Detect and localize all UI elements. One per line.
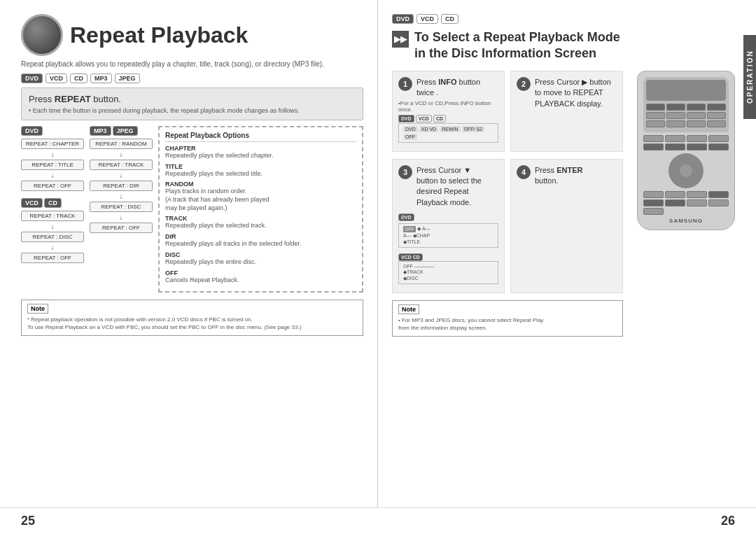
step-2-box: 2 Press Cursor ▶ buttonto move to REPEAT…	[510, 71, 623, 152]
step-4-number: 4	[517, 165, 531, 179]
rb-m7	[687, 143, 707, 150]
arrow6: ↓	[90, 172, 153, 179]
v-track: ◆TRACK	[403, 269, 424, 275]
rb6	[666, 112, 685, 119]
disp-dvd: DVD	[403, 126, 418, 132]
page-subtitle: Repeat playback allows you to repeatedly…	[21, 60, 363, 68]
option-disc: DISC Repeatedly plays the entire disc.	[165, 251, 356, 267]
repeat-title-item: REPEAT : TITLE	[21, 160, 84, 170]
badge-vcd: VCD	[46, 73, 67, 83]
step-1-box: 1 Press INFO button twice . •For a VCD o…	[392, 71, 505, 152]
left-page: Repeat Playback Repeat playback allows y…	[0, 0, 378, 507]
rb-m6	[665, 143, 685, 150]
right-page: DVD VCD CD ▶▶ To Select a Repeat Playbac…	[378, 0, 756, 507]
remote-nav-ring	[668, 153, 704, 188]
d-achap: A—	[422, 226, 430, 232]
right-badge-dvd: DVD	[392, 14, 414, 24]
mp3-repeat-column: MP3 JPEG REPEAT : RANDOM ↓ REPEAT : TRAC…	[90, 126, 153, 293]
note-text-2: To use Repeat Playback on a VCD with PBC…	[27, 323, 357, 331]
rb-b6	[665, 199, 685, 206]
right-note-text-1: • For MP3 and JPEG discs, you cannot sel…	[398, 316, 617, 324]
step-4-box: 4 Press ENTERbutton.	[510, 159, 623, 294]
rb-b4	[708, 191, 729, 198]
cd-label: CD	[44, 198, 62, 208]
right-note-box: Note • For MP3 and JPEG discs, you canno…	[392, 300, 623, 336]
steps-area: 1 Press INFO button twice . •For a VCD o…	[392, 71, 623, 337]
step-3-box: 3 Press Cursor ▼button to select thedesi…	[392, 159, 505, 294]
repeat-off-vcd: REPEAT : OFF	[21, 253, 84, 263]
section-title-line1: To Select a Repeat Playback Mode	[414, 29, 620, 45]
note-label: Note	[27, 304, 48, 314]
right-badge-cd: CD	[441, 14, 458, 24]
rb9	[646, 120, 665, 127]
repeat-track-vcd: REPEAT : TRACK	[21, 211, 84, 221]
rb3	[687, 104, 706, 111]
remote-control: SAMSUNG	[637, 71, 735, 230]
v-off: OFF ————	[403, 264, 434, 269]
d-off: OFF	[403, 226, 416, 232]
rb-m1	[643, 135, 664, 142]
repeat-off-mp3: REPEAT : OFF	[90, 223, 153, 233]
d-a2: A—	[403, 233, 412, 239]
disp-rewind: REWIN	[440, 126, 460, 132]
option-off: OFF Cancels Repeat Playback.	[165, 269, 356, 285]
arrow3: ↓	[21, 223, 84, 230]
nav-center-button	[680, 164, 692, 177]
note-text-1: * Repeat playback operation is not possi…	[27, 316, 357, 323]
repeat-random: REPEAT : RANDOM	[90, 139, 153, 149]
disp-off: OFF/ S2	[462, 126, 484, 132]
remote-container: SAMSUNG	[630, 71, 742, 337]
repeat-disc-mp3: REPEAT : DISC	[90, 202, 153, 212]
remote-mid-buttons	[643, 135, 729, 150]
step-3-number: 3	[398, 165, 412, 179]
dvd-repeat-column: DVD REPEAT : CHAPTER ↓ REPEAT : TITLE ↓ …	[21, 126, 84, 293]
step-3-text: Press Cursor ▼button to select thedesire…	[416, 165, 482, 209]
dvd-disp-badge: DVD	[398, 115, 414, 122]
badge-dvd: DVD	[21, 73, 43, 83]
arrow7: ↓	[90, 193, 153, 200]
step-1-text: Press INFO button twice .	[416, 77, 498, 99]
remote-screen	[646, 80, 726, 101]
arrow2: ↓	[21, 172, 84, 179]
rb-m2	[665, 135, 685, 142]
rb-m4	[708, 135, 729, 142]
repeat-chapter: REPEAT : CHAPTER	[21, 139, 84, 149]
options-box-title: Repeat Playback Options	[165, 132, 356, 142]
options-area: DVD REPEAT : CHAPTER ↓ REPEAT : TITLE ↓ …	[21, 126, 363, 293]
arrow5: ↓	[90, 151, 153, 158]
rb12	[707, 120, 726, 127]
cd-disp-badge: CD	[433, 115, 446, 122]
option-random: RANDOM Plays tracks in random order.(A t…	[165, 181, 356, 212]
right-format-badges: DVD VCD CD	[392, 14, 742, 24]
rb-m3	[687, 135, 707, 142]
vcd-disp-badge: VCD	[416, 115, 432, 122]
option-title: TITLE Repeatedly plays the selected titl…	[165, 163, 356, 178]
option-dir: DIR Repeatedly plays all tracks in the s…	[165, 233, 356, 248]
badge-cd: CD	[70, 73, 88, 83]
repeat-dir: REPEAT : DIR	[90, 181, 153, 191]
jpeg-label: JPEG	[113, 126, 138, 136]
arrow8: ↓	[90, 214, 153, 221]
disp-off2: OFF	[403, 134, 417, 140]
steps-row-1-2: 1 Press INFO button twice . •For a VCD o…	[392, 71, 623, 152]
option-track: TRACK Repeatedly plays the selected trac…	[165, 215, 356, 230]
rb-b8	[708, 199, 729, 206]
options-text-box: Repeat Playback Options CHAPTER Repeated…	[158, 126, 363, 293]
repeat-track-mp3: REPEAT : TRACK	[90, 160, 153, 170]
repeat-title: Press REPEAT button.	[29, 94, 356, 104]
dvd-display-row1: DVD XD VD REWIN OFF/ S2 OFF	[398, 123, 498, 143]
step-2-text: Press Cursor ▶ buttonto move to REPEATPL…	[535, 77, 611, 109]
rb5	[646, 112, 665, 119]
rb8	[707, 112, 726, 119]
right-section-header: ▶▶ To Select a Repeat Playback Mode in t…	[392, 29, 742, 62]
rb-m5	[643, 143, 664, 150]
step-2-number: 2	[517, 77, 531, 91]
vcd-cd-display-label: VCD CD	[398, 253, 423, 261]
badge-mp3: MP3	[90, 73, 112, 83]
mp3-label: MP3	[90, 126, 111, 136]
remote-top-buttons	[646, 104, 726, 127]
operation-sidebar: OPERATION	[743, 35, 756, 119]
d-arrow1: ◆	[417, 226, 421, 232]
samsung-label: SAMSUNG	[643, 218, 729, 224]
steps-row-3-4: 3 Press Cursor ▼button to select thedesi…	[392, 159, 623, 294]
